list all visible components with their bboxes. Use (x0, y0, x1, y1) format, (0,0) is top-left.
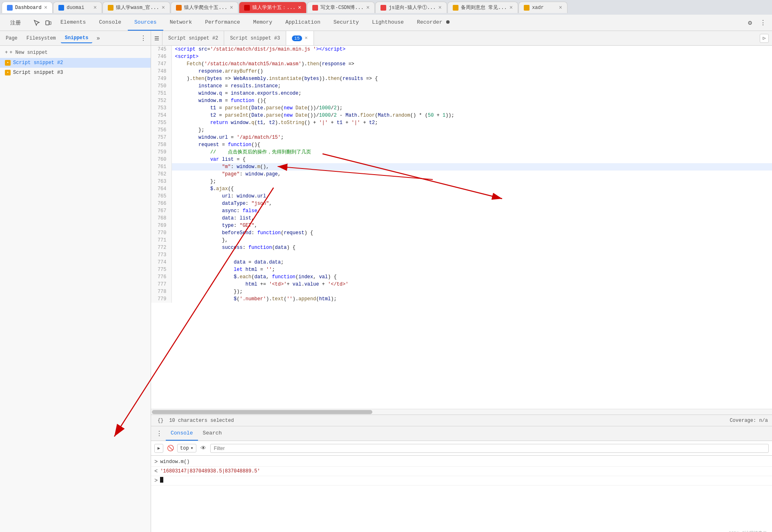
settings-button[interactable]: ⚙ (744, 17, 756, 29)
tab-close-xadr[interactable]: × (559, 4, 562, 11)
device-toggle-button[interactable] (42, 17, 54, 29)
inspect-element-button[interactable] (31, 17, 42, 29)
script-tab-bar-right: ▷ (760, 34, 772, 43)
tab-duomai[interactable]: duomai × (53, 2, 102, 13)
chevron-down-icon: ▾ (191, 445, 194, 451)
expand-right-button[interactable]: ▷ (760, 34, 769, 43)
tab-label-duomai: duomai (67, 5, 84, 11)
tab-performance[interactable]: Performance (198, 15, 247, 31)
tab-elements[interactable]: Elements (54, 15, 92, 31)
tab-icon-xadr (524, 5, 529, 11)
snippet-item-2[interactable]: ▪ Script snippet #2 (0, 58, 151, 68)
tab-network[interactable]: Network (163, 15, 199, 31)
script-tab-15-close[interactable]: × (305, 35, 308, 41)
bottom-tab-console[interactable]: Console (166, 426, 198, 441)
code-line-755: 755 return window.q(t1, t2).toString() +… (151, 119, 772, 126)
tab-close-duomai[interactable]: × (93, 4, 97, 11)
console-toolbar: ▶ 🚫 top ▾ 👁 (151, 441, 772, 456)
tab-shiwu[interactable]: 猿人学第十五：... × (239, 2, 307, 13)
script-tab-snippet3[interactable]: Script snippet #3 (224, 31, 286, 45)
new-snippet-button[interactable]: + + New snippet (0, 47, 151, 58)
tab-close-shiwu[interactable]: × (298, 4, 301, 11)
code-line-774: 774 data = data.data; (151, 259, 772, 266)
devtools-toolbar-right: ⚙ ⋮ (744, 17, 769, 29)
sidebar-tab-more[interactable]: » (94, 34, 102, 42)
tab-csdn1[interactable]: 写文章-CSDN博... × (307, 2, 375, 13)
console-run-button[interactable]: ▶ (154, 444, 163, 453)
tab-lighthouse[interactable]: Lighthouse (365, 15, 410, 31)
tab-memory[interactable]: Memory (247, 15, 279, 31)
tab-close-dashboard[interactable]: × (44, 4, 47, 11)
script-tab-snippet2[interactable]: Script snippet #2 (162, 31, 224, 45)
console-output: > window.m() < '16803147|837048938.5|837… (151, 456, 772, 532)
sidebar-content: + + New snippet ▪ Script snippet #2 ▪ Sc… (0, 46, 151, 532)
reg-label: 注册 (3, 19, 28, 27)
tab-recorder[interactable]: Recorder ⏺ (410, 15, 457, 31)
code-line-748: 748 response.arrayBuffer() (151, 68, 772, 75)
tab-console[interactable]: Console (92, 15, 128, 31)
console-clear-button[interactable]: 🚫 (166, 444, 175, 453)
console-context-selector[interactable]: top ▾ (177, 444, 196, 452)
tab-close-beian[interactable]: × (509, 4, 513, 11)
code-line-770: 770 beforeSend: function(request) { (151, 229, 772, 237)
tab-close-jsni[interactable]: × (438, 4, 442, 11)
horizontal-scrollbar[interactable] (151, 409, 772, 415)
sidebar-tab-filesystem[interactable]: Filesystem (22, 34, 60, 43)
more-options-button[interactable]: ⋮ (757, 17, 769, 29)
code-editor[interactable]: 745 <script src='/static/match/dist/js/m… (151, 46, 772, 409)
sidebar-menu-button[interactable]: ⋮ (138, 33, 149, 43)
snippet-item-3[interactable]: ▪ Script snippet #3 (0, 68, 151, 78)
code-line-747: 747 Fetch('/static/match/match15/main.wa… (151, 60, 772, 68)
code-line-765: 765 url: window.url, (151, 193, 772, 200)
tab-label-csdn1: 写文章-CSDN博... (320, 4, 364, 11)
code-line-752: 752 window.m = function (){ (151, 97, 772, 104)
code-line-779: 779 $('.number').text('').append(html); (151, 295, 772, 303)
tab-label-xadr: xadr (532, 5, 544, 11)
console-eye-button[interactable]: 👁 (199, 444, 208, 453)
console-filter-input[interactable] (210, 444, 769, 453)
tab-pachong[interactable]: 猿人学爬虫十五... × (171, 2, 238, 13)
code-line-769: 769 type: "GET", (151, 222, 772, 229)
console-line-result: < '16803147|837048938.5|837048889.5' (151, 467, 772, 476)
console-input-text: window.m() (160, 458, 189, 466)
script-tab-snippet2-label: Script snippet #2 (168, 35, 218, 41)
code-line-778: 778 }); (151, 288, 772, 295)
collapse-sidebar-button[interactable] (151, 31, 162, 45)
tab-icon-beian (453, 5, 458, 11)
tab-application[interactable]: Application (279, 15, 327, 31)
script-tab-15[interactable]: 15 × (286, 31, 314, 45)
bottom-tab-search[interactable]: Search (198, 426, 227, 441)
sidebar-tab-snippets[interactable]: Snippets (61, 33, 93, 43)
tab-sources[interactable]: Sources (128, 15, 163, 31)
tab-wasm1[interactable]: 猿人学wasm_官... × (102, 2, 170, 13)
format-icon: {} (158, 418, 163, 423)
tab-close-pachong[interactable]: × (230, 4, 233, 11)
tab-close-wasm1[interactable]: × (162, 4, 165, 11)
tab-jsni[interactable]: js逆向-猿人学①... × (375, 2, 447, 13)
code-table: 745 <script src='/static/match/dist/js/m… (151, 46, 772, 303)
tab-security[interactable]: Security (327, 15, 365, 31)
code-line-759: 759 // 点击换页后的操作，先得到翻到了几页 (151, 149, 772, 156)
code-line-746: 746 <script> (151, 53, 772, 60)
tab-xadr[interactable]: xadr × (518, 2, 567, 13)
console-result-prefix: < (154, 468, 158, 475)
bottom-tabs-bar: ⋮ Console Search (151, 426, 772, 441)
console-context-label: top (180, 446, 189, 451)
tab-dashboard[interactable]: Dashboard × (2, 2, 53, 13)
bottom-menu-button[interactable]: ⋮ (153, 428, 166, 439)
code-line-775: 775 let html = ''; (151, 266, 772, 273)
tab-close-csdn1[interactable]: × (366, 4, 369, 11)
devtools-panel: 注册 Elements Console Sources Network Perf… (0, 15, 772, 532)
script-tab-15-num: 15 (292, 35, 302, 41)
svg-rect-0 (46, 21, 49, 25)
code-line-768: 768 data: list, (151, 215, 772, 222)
tab-icon-pachong (176, 5, 182, 11)
code-line-761: 761 "m": window.m(), (151, 163, 772, 171)
console-cursor (160, 477, 163, 483)
console-prompt-line[interactable]: > (151, 476, 772, 485)
code-line-751: 751 window.q = instance.exports.encode; (151, 90, 772, 97)
sidebar-tab-page[interactable]: Page (2, 34, 22, 43)
format-button[interactable]: {} (155, 417, 166, 424)
horizontal-scrollbar-thumb[interactable] (152, 410, 372, 414)
tab-beian[interactable]: 备周则意怠 常见... × (447, 2, 518, 13)
